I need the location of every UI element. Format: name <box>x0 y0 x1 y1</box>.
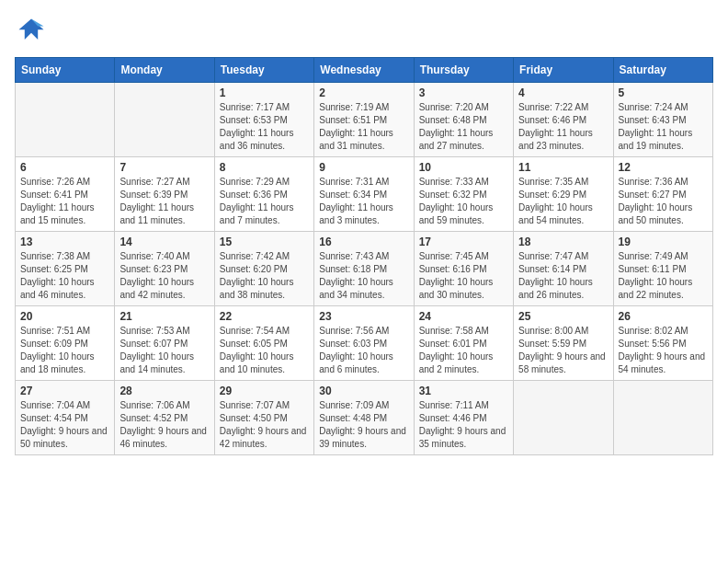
day-number: 22 <box>220 310 309 323</box>
calendar-week-3: 13Sunrise: 7:38 AM Sunset: 6:25 PM Dayli… <box>16 232 713 306</box>
day-info: Sunrise: 7:33 AM Sunset: 6:32 PM Dayligh… <box>419 176 508 227</box>
day-info: Sunrise: 7:38 AM Sunset: 6:25 PM Dayligh… <box>20 250 109 302</box>
day-info: Sunrise: 7:24 AM Sunset: 6:43 PM Dayligh… <box>619 101 708 153</box>
day-info: Sunrise: 7:45 AM Sunset: 6:16 PM Dayligh… <box>419 250 508 302</box>
day-number: 7 <box>119 161 209 174</box>
calendar-cell: 24Sunrise: 7:58 AM Sunset: 6:01 PM Dayli… <box>414 306 513 381</box>
page-header <box>15 15 713 48</box>
day-number: 25 <box>518 310 608 323</box>
header-friday: Friday <box>514 58 613 83</box>
day-info: Sunrise: 7:17 AM Sunset: 6:53 PM Dayligh… <box>220 101 309 153</box>
calendar-cell: 21Sunrise: 7:53 AM Sunset: 6:07 PM Dayli… <box>115 306 214 381</box>
day-number: 6 <box>20 161 109 174</box>
day-number: 5 <box>619 86 708 99</box>
calendar-cell: 12Sunrise: 7:36 AM Sunset: 6:27 PM Dayli… <box>613 157 712 232</box>
day-number: 20 <box>20 310 109 323</box>
calendar-cell: 11Sunrise: 7:35 AM Sunset: 6:29 PM Dayli… <box>514 157 613 232</box>
header-sunday: Sunday <box>16 58 115 83</box>
day-info: Sunrise: 7:51 AM Sunset: 6:09 PM Dayligh… <box>20 325 109 376</box>
day-info: Sunrise: 7:11 AM Sunset: 4:46 PM Dayligh… <box>419 399 508 451</box>
day-number: 30 <box>319 385 408 397</box>
day-number: 14 <box>119 236 209 248</box>
day-info: Sunrise: 7:06 AM Sunset: 4:52 PM Dayligh… <box>119 399 209 451</box>
day-number: 28 <box>119 385 209 397</box>
day-info: Sunrise: 7:56 AM Sunset: 6:03 PM Dayligh… <box>319 325 408 376</box>
calendar-cell: 26Sunrise: 8:02 AM Sunset: 5:56 PM Dayli… <box>613 306 712 381</box>
calendar-table: Sunday Monday Tuesday Wednesday Thursday… <box>15 57 713 455</box>
day-number: 31 <box>419 385 508 397</box>
calendar-cell: 13Sunrise: 7:38 AM Sunset: 6:25 PM Dayli… <box>16 232 115 306</box>
day-info: Sunrise: 7:40 AM Sunset: 6:23 PM Dayligh… <box>119 250 209 302</box>
day-number: 19 <box>619 236 708 248</box>
calendar-cell: 8Sunrise: 7:29 AM Sunset: 6:36 PM Daylig… <box>214 157 313 232</box>
day-number: 18 <box>518 236 608 248</box>
day-info: Sunrise: 7:43 AM Sunset: 6:18 PM Dayligh… <box>319 250 408 302</box>
calendar-cell: 16Sunrise: 7:43 AM Sunset: 6:18 PM Dayli… <box>314 232 414 306</box>
calendar-cell: 23Sunrise: 7:56 AM Sunset: 6:03 PM Dayli… <box>314 306 414 381</box>
day-info: Sunrise: 7:42 AM Sunset: 6:20 PM Dayligh… <box>220 250 309 302</box>
day-number: 21 <box>119 310 209 323</box>
day-info: Sunrise: 7:31 AM Sunset: 6:34 PM Dayligh… <box>319 176 408 227</box>
day-number: 24 <box>419 310 508 323</box>
day-info: Sunrise: 7:20 AM Sunset: 6:48 PM Dayligh… <box>419 101 508 153</box>
day-info: Sunrise: 7:36 AM Sunset: 6:27 PM Dayligh… <box>619 176 708 227</box>
day-number: 4 <box>518 86 608 99</box>
day-number: 29 <box>220 385 309 397</box>
calendar-cell: 19Sunrise: 7:49 AM Sunset: 6:11 PM Dayli… <box>613 232 712 306</box>
calendar-cell <box>115 83 214 157</box>
calendar-cell <box>16 83 115 157</box>
day-number: 2 <box>319 86 408 99</box>
day-info: Sunrise: 7:19 AM Sunset: 6:51 PM Dayligh… <box>319 101 408 153</box>
svg-marker-0 <box>19 19 44 40</box>
calendar-cell <box>613 381 712 455</box>
calendar-cell: 9Sunrise: 7:31 AM Sunset: 6:34 PM Daylig… <box>314 157 414 232</box>
day-number: 15 <box>220 236 309 248</box>
calendar-cell: 6Sunrise: 7:26 AM Sunset: 6:41 PM Daylig… <box>16 157 115 232</box>
day-info: Sunrise: 7:49 AM Sunset: 6:11 PM Dayligh… <box>619 250 708 302</box>
day-info: Sunrise: 7:27 AM Sunset: 6:39 PM Dayligh… <box>119 176 209 227</box>
calendar-cell: 17Sunrise: 7:45 AM Sunset: 6:16 PM Dayli… <box>414 232 513 306</box>
calendar-cell: 5Sunrise: 7:24 AM Sunset: 6:43 PM Daylig… <box>613 83 712 157</box>
calendar-week-4: 20Sunrise: 7:51 AM Sunset: 6:09 PM Dayli… <box>16 306 713 381</box>
day-info: Sunrise: 8:00 AM Sunset: 5:59 PM Dayligh… <box>518 325 608 376</box>
calendar-cell: 20Sunrise: 7:51 AM Sunset: 6:09 PM Dayli… <box>16 306 115 381</box>
calendar-cell: 14Sunrise: 7:40 AM Sunset: 6:23 PM Dayli… <box>115 232 214 306</box>
day-number: 3 <box>419 86 508 99</box>
header-thursday: Thursday <box>414 58 513 83</box>
day-info: Sunrise: 7:58 AM Sunset: 6:01 PM Dayligh… <box>419 325 508 376</box>
day-number: 17 <box>419 236 508 248</box>
calendar-cell: 25Sunrise: 8:00 AM Sunset: 5:59 PM Dayli… <box>514 306 613 381</box>
day-number: 27 <box>20 385 109 397</box>
day-number: 12 <box>619 161 708 174</box>
day-info: Sunrise: 7:35 AM Sunset: 6:29 PM Dayligh… <box>518 176 608 227</box>
day-info: Sunrise: 7:54 AM Sunset: 6:05 PM Dayligh… <box>220 325 309 376</box>
calendar-cell: 7Sunrise: 7:27 AM Sunset: 6:39 PM Daylig… <box>115 157 214 232</box>
day-number: 9 <box>319 161 408 174</box>
calendar-cell: 2Sunrise: 7:19 AM Sunset: 6:51 PM Daylig… <box>314 83 414 157</box>
calendar-cell: 31Sunrise: 7:11 AM Sunset: 4:46 PM Dayli… <box>414 381 513 455</box>
day-number: 11 <box>518 161 608 174</box>
calendar-cell: 18Sunrise: 7:47 AM Sunset: 6:14 PM Dayli… <box>514 232 613 306</box>
calendar-week-2: 6Sunrise: 7:26 AM Sunset: 6:41 PM Daylig… <box>16 157 713 232</box>
header-saturday: Saturday <box>613 58 712 83</box>
calendar-week-1: 1Sunrise: 7:17 AM Sunset: 6:53 PM Daylig… <box>16 83 713 157</box>
day-number: 23 <box>319 310 408 323</box>
day-info: Sunrise: 7:29 AM Sunset: 6:36 PM Dayligh… <box>220 176 309 227</box>
calendar-cell: 3Sunrise: 7:20 AM Sunset: 6:48 PM Daylig… <box>414 83 513 157</box>
calendar-cell: 29Sunrise: 7:07 AM Sunset: 4:50 PM Dayli… <box>214 381 313 455</box>
day-info: Sunrise: 8:02 AM Sunset: 5:56 PM Dayligh… <box>619 325 708 376</box>
day-info: Sunrise: 7:09 AM Sunset: 4:48 PM Dayligh… <box>319 399 408 451</box>
day-info: Sunrise: 7:26 AM Sunset: 6:41 PM Dayligh… <box>20 176 109 227</box>
calendar-cell: 27Sunrise: 7:04 AM Sunset: 4:54 PM Dayli… <box>16 381 115 455</box>
logo <box>15 15 51 48</box>
calendar-cell: 10Sunrise: 7:33 AM Sunset: 6:32 PM Dayli… <box>414 157 513 232</box>
day-info: Sunrise: 7:22 AM Sunset: 6:46 PM Dayligh… <box>518 101 608 153</box>
header-monday: Monday <box>115 58 214 83</box>
day-number: 26 <box>619 310 708 323</box>
calendar-cell <box>514 381 613 455</box>
day-number: 8 <box>220 161 309 174</box>
day-number: 10 <box>419 161 508 174</box>
day-info: Sunrise: 7:47 AM Sunset: 6:14 PM Dayligh… <box>518 250 608 302</box>
day-number: 1 <box>220 86 309 99</box>
calendar-cell: 4Sunrise: 7:22 AM Sunset: 6:46 PM Daylig… <box>514 83 613 157</box>
